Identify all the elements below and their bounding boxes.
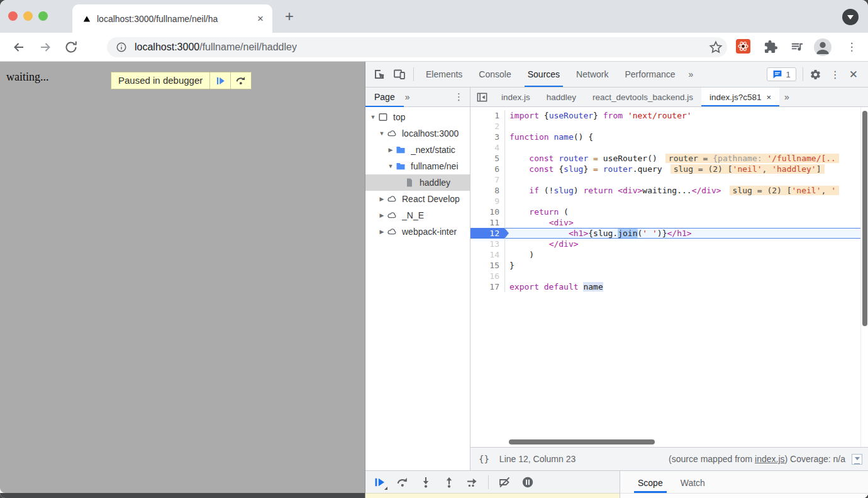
more-tabs-chevron[interactable]: » bbox=[684, 69, 699, 79]
devtools-tab-sources[interactable]: Sources bbox=[520, 62, 568, 87]
line-number[interactable]: 14 bbox=[470, 249, 505, 260]
devtools-close-icon[interactable]: ✕ bbox=[849, 68, 858, 81]
profile-avatar[interactable] bbox=[814, 38, 832, 56]
file-tree-item-top[interactable]: ▼top bbox=[365, 109, 470, 125]
code-line-11[interactable]: 11 <div> bbox=[470, 217, 868, 228]
step-out-icon[interactable] bbox=[443, 476, 455, 489]
devtools-tab-elements[interactable]: Elements bbox=[418, 62, 470, 87]
file-tree-item-localhost-3000[interactable]: ▼localhost:3000 bbox=[365, 125, 470, 142]
expander-closed-icon[interactable]: ▶ bbox=[378, 212, 386, 218]
line-number[interactable]: 11 bbox=[470, 217, 505, 228]
line-number[interactable]: 10 bbox=[470, 207, 505, 217]
line-number[interactable]: 9 bbox=[470, 196, 505, 207]
zoom-window-button[interactable] bbox=[38, 11, 48, 21]
inspect-element-icon[interactable] bbox=[373, 68, 386, 81]
settings-gear-icon[interactable] bbox=[810, 69, 821, 81]
forward-button[interactable] bbox=[38, 40, 53, 55]
devtools-tab-network[interactable]: Network bbox=[568, 62, 616, 87]
source-map-link[interactable]: index.js bbox=[755, 454, 784, 464]
code-line-5[interactable]: 5 const router = useRouter()router = {pa… bbox=[470, 153, 868, 164]
code-line-12[interactable]: 12 <h1>{slug.join(' ')}</h1> bbox=[470, 228, 868, 239]
expander-open-icon[interactable]: ▼ bbox=[378, 130, 386, 137]
step-over-banner-button[interactable] bbox=[230, 72, 251, 89]
code-line-8[interactable]: 8 if (!slug) return <div>waiting...</div… bbox=[470, 185, 868, 196]
minimize-window-button[interactable] bbox=[23, 11, 33, 21]
expander-open-icon[interactable]: ▼ bbox=[369, 114, 377, 120]
line-number[interactable]: 2 bbox=[470, 121, 505, 132]
code-editor[interactable]: 1import {useRouter} from 'next/router'23… bbox=[470, 107, 868, 447]
code-line-16[interactable]: 16 bbox=[470, 271, 868, 281]
pause-on-exceptions-icon[interactable] bbox=[521, 476, 534, 489]
step-over-icon[interactable] bbox=[396, 476, 409, 489]
file-tree-item-webpack-inter[interactable]: ▶webpack-inter bbox=[365, 224, 470, 240]
file-tree-item-react-develop[interactable]: ▶React Develop bbox=[365, 191, 470, 207]
navigator-tab-page[interactable]: Page bbox=[365, 88, 404, 106]
line-number[interactable]: 6 bbox=[470, 164, 505, 174]
code-line-15[interactable]: 15} bbox=[470, 260, 868, 271]
file-tree-item-fullname-nei[interactable]: ▼fullname/nei bbox=[365, 158, 470, 174]
source-tab[interactable]: haddley bbox=[538, 88, 584, 106]
line-number[interactable]: 4 bbox=[470, 142, 505, 153]
source-tab[interactable]: react_devtools_backend.js bbox=[584, 88, 701, 106]
line-number[interactable]: 1 bbox=[470, 110, 505, 121]
editor-vertical-scrollbar[interactable] bbox=[860, 107, 868, 447]
scrollbar-thumb[interactable] bbox=[862, 111, 867, 326]
line-number[interactable]: 13 bbox=[470, 239, 505, 249]
media-controls-icon[interactable] bbox=[790, 40, 805, 55]
status-dropdown-icon[interactable] bbox=[852, 454, 862, 465]
source-tab[interactable]: index.js?c581× bbox=[701, 88, 779, 106]
line-number[interactable]: 17 bbox=[470, 281, 505, 292]
expander-open-icon[interactable]: ▼ bbox=[387, 163, 394, 169]
code-line-17[interactable]: 17export default name bbox=[470, 281, 868, 292]
back-button[interactable] bbox=[11, 40, 26, 55]
bookmark-star-icon[interactable] bbox=[708, 40, 723, 55]
toggle-device-toolbar-icon[interactable] bbox=[393, 68, 406, 81]
line-number[interactable]: 12 bbox=[470, 228, 505, 239]
reload-button[interactable] bbox=[64, 40, 79, 55]
line-number[interactable]: 7 bbox=[470, 174, 505, 185]
line-number[interactable]: 16 bbox=[470, 271, 505, 281]
scrollbar-thumb[interactable] bbox=[509, 439, 655, 444]
line-number[interactable]: 5 bbox=[470, 153, 505, 164]
devtools-tab-console[interactable]: Console bbox=[470, 62, 519, 87]
new-tab-button[interactable]: + bbox=[281, 8, 298, 25]
expander-closed-icon[interactable]: ▶ bbox=[387, 147, 394, 153]
tab-search-button[interactable] bbox=[842, 9, 859, 25]
resume-script-button[interactable] bbox=[209, 72, 230, 89]
code-line-13[interactable]: 13 </div> bbox=[470, 239, 868, 249]
navigator-more-tabs-chevron[interactable]: » bbox=[404, 92, 411, 102]
expander-closed-icon[interactable]: ▶ bbox=[378, 229, 386, 235]
hide-navigator-icon[interactable] bbox=[476, 91, 488, 103]
file-tree-item--n-e[interactable]: ▶_N_E bbox=[365, 207, 470, 224]
tab-close-icon[interactable]: × bbox=[256, 13, 265, 24]
code-line-1[interactable]: 1import {useRouter} from 'next/router' bbox=[470, 110, 868, 121]
url-bar[interactable]: localhost:3000/fullname/neil/haddley bbox=[107, 37, 727, 57]
devtools-tab-performance[interactable]: Performance bbox=[616, 62, 683, 87]
code-line-14[interactable]: 14 ) bbox=[470, 249, 868, 260]
close-window-button[interactable] bbox=[8, 11, 18, 21]
sidebar-tab-watch[interactable]: Watch bbox=[681, 478, 705, 493]
file-tree-item--next-static[interactable]: ▶_next/static bbox=[365, 142, 470, 158]
step-icon[interactable] bbox=[466, 476, 479, 489]
code-line-4[interactable]: 4 bbox=[470, 142, 868, 153]
site-info-icon[interactable] bbox=[116, 42, 127, 53]
sidebar-tab-scope[interactable]: Scope bbox=[638, 478, 663, 493]
source-tab-close-icon[interactable]: × bbox=[767, 93, 772, 102]
code-line-2[interactable]: 2 bbox=[470, 121, 868, 132]
file-tree-item-haddley[interactable]: haddley bbox=[365, 174, 470, 191]
code-line-10[interactable]: 10 return ( bbox=[470, 207, 868, 217]
line-number[interactable]: 3 bbox=[470, 132, 505, 142]
pretty-print-braces-icon[interactable]: {} bbox=[479, 454, 489, 464]
editor-more-tabs-chevron[interactable]: » bbox=[779, 92, 794, 102]
devtools-menu-icon[interactable]: ⋮ bbox=[830, 69, 840, 81]
code-line-6[interactable]: 6 const {slug} = router.queryslug = (2) … bbox=[470, 164, 868, 174]
expander-closed-icon[interactable]: ▶ bbox=[378, 196, 386, 202]
step-into-icon[interactable] bbox=[420, 476, 432, 489]
extensions-puzzle-icon[interactable] bbox=[764, 40, 779, 55]
react-devtools-extension-icon[interactable] bbox=[736, 39, 751, 54]
deactivate-breakpoints-icon[interactable] bbox=[498, 476, 511, 489]
line-number[interactable]: 8 bbox=[470, 185, 505, 196]
editor-horizontal-scrollbar[interactable] bbox=[505, 438, 860, 446]
code-line-9[interactable]: 9 bbox=[470, 196, 868, 207]
resume-icon[interactable] bbox=[373, 476, 386, 489]
